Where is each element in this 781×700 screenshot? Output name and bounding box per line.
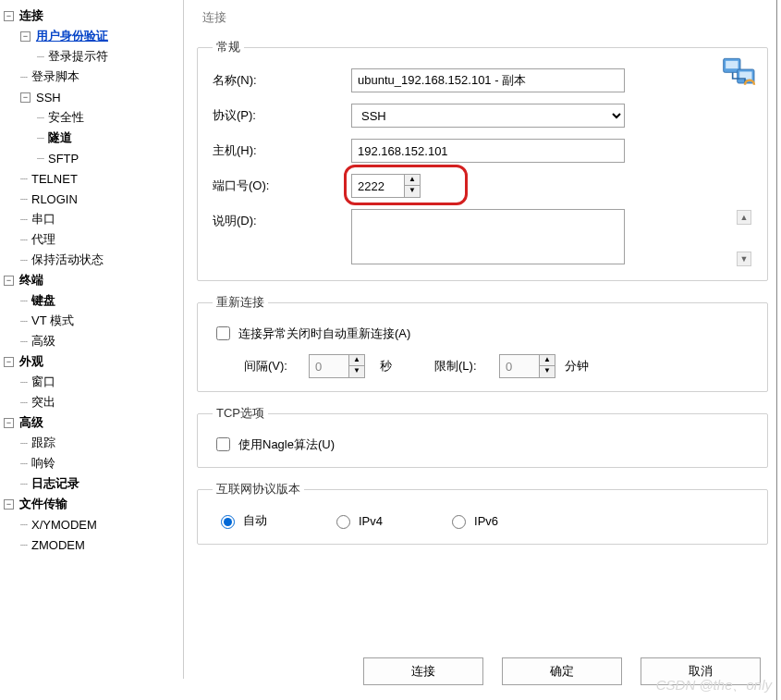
tree-toggle-icon[interactable]: − [4, 418, 14, 428]
tree-item-label[interactable]: 安全性 [46, 108, 86, 127]
tree-item-label[interactable]: 代理 [30, 230, 57, 249]
tree-toggle-icon[interactable]: − [4, 357, 14, 367]
tree-item[interactable]: ┈代理 [0, 229, 183, 250]
tree-item-label[interactable]: 串口 [30, 210, 57, 228]
tree-item-label[interactable]: 用户身份验证 [34, 27, 110, 45]
interval-up[interactable]: ▲ [349, 355, 364, 366]
tree-branch-icon: ┈ [20, 396, 28, 410]
auto-reconnect-checkbox[interactable] [216, 326, 230, 340]
tree-toggle-icon[interactable]: − [20, 92, 31, 103]
ok-button[interactable]: 确定 [502, 657, 622, 685]
tree-item[interactable]: ┈VT 模式 [0, 311, 183, 331]
tree-item-label[interactable]: X/YMODEM [30, 517, 99, 533]
tree-toggle-icon[interactable]: − [4, 276, 14, 286]
tree-item[interactable]: −外观 [0, 351, 183, 372]
tree-item-label[interactable]: 连接 [18, 6, 45, 25]
tree-item[interactable]: ┈串口 [0, 209, 183, 229]
tree-toggle-icon[interactable]: − [4, 499, 14, 510]
interval-input[interactable] [310, 355, 348, 377]
port-input[interactable] [352, 175, 404, 197]
svg-rect-1 [726, 61, 738, 68]
tree-item[interactable]: ┈登录脚本 [0, 67, 183, 87]
tree-branch-icon: ┈ [20, 233, 28, 247]
tree-item[interactable]: −连接 [0, 6, 183, 26]
tree-item-label[interactable]: 日志记录 [30, 474, 81, 493]
group-general: 常规 名称(N): 协议(P): SSH [197, 39, 768, 281]
tree-item-label[interactable]: 登录提示符 [46, 47, 110, 66]
name-label: 名称(N): [213, 72, 351, 89]
port-up[interactable]: ▲ [405, 175, 420, 186]
legend-reconnect: 重新连接 [213, 294, 268, 311]
interval-label: 间隔(V): [244, 358, 299, 375]
limit-up[interactable]: ▲ [540, 355, 555, 366]
desc-textarea[interactable] [351, 209, 625, 264]
tree-item[interactable]: −用户身份验证 [0, 26, 183, 46]
tree-item-label[interactable]: 终端 [18, 271, 45, 289]
port-down[interactable]: ▼ [405, 186, 420, 197]
tree-item[interactable]: −文件传输 [0, 494, 183, 514]
tree-branch-icon: ┈ [20, 192, 28, 206]
tree-item[interactable]: ┈ZMODEM [0, 534, 183, 555]
tree-item[interactable]: ┈窗口 [0, 372, 183, 392]
tree-item-label[interactable]: TELNET [30, 171, 79, 187]
tree-item-label[interactable]: SFTP [46, 151, 80, 166]
tree-item-label[interactable]: 跟踪 [30, 434, 57, 452]
tree-toggle-icon[interactable]: − [4, 11, 14, 21]
tree-item-label[interactable]: 隧道 [46, 129, 74, 147]
tree-item-label[interactable]: SSH [34, 90, 63, 105]
group-ipversion: 互联网协议版本 自动 IPv4 IPv6 [197, 481, 768, 545]
scroll-down-icon[interactable]: ▼ [737, 252, 751, 266]
tree-item[interactable]: ┈登录提示符 [0, 46, 183, 67]
interval-down[interactable]: ▼ [349, 366, 364, 377]
tree-item[interactable]: ┈RLOGIN [0, 189, 183, 209]
tree-item-label[interactable]: VT 模式 [30, 312, 76, 330]
tree-item[interactable]: ┈日志记录 [0, 473, 183, 494]
tree-item-label[interactable]: 高级 [18, 413, 45, 432]
tree-item[interactable]: −终端 [0, 270, 183, 290]
tree-item[interactable]: ┈突出 [0, 392, 183, 412]
connect-button[interactable]: 连接 [363, 657, 483, 685]
cancel-button[interactable]: 取消 [641, 657, 761, 685]
tree-item-label[interactable]: RLOGIN [30, 191, 79, 207]
tree-item-label[interactable]: 外观 [18, 352, 45, 371]
tree-item[interactable]: ┈隧道 [0, 128, 183, 148]
tree-toggle-icon[interactable]: − [20, 31, 31, 42]
legend-tcp: TCP选项 [213, 405, 268, 422]
tree-item[interactable]: −高级 [0, 412, 183, 433]
tree-item[interactable]: −SSH [0, 87, 183, 107]
tree-item[interactable]: ┈响铃 [0, 453, 183, 473]
tree-branch-icon: ┈ [20, 457, 28, 471]
tree-item-label[interactable]: 高级 [30, 332, 57, 350]
interval-spinner[interactable]: ▲▼ [309, 354, 365, 378]
tree-item[interactable]: ┈保持活动状态 [0, 250, 183, 270]
dialog-button-bar: 连接 确定 取消 [184, 645, 781, 700]
tree-item-label[interactable]: 突出 [30, 393, 57, 411]
tree-item[interactable]: ┈SFTP [0, 148, 183, 168]
radio-ipv4[interactable]: IPv4 [332, 512, 383, 529]
tree-item-label[interactable]: 窗口 [30, 373, 57, 391]
protocol-select[interactable]: SSH [351, 104, 625, 128]
limit-down[interactable]: ▼ [540, 366, 555, 377]
tree-item[interactable]: ┈安全性 [0, 107, 183, 128]
tree-item[interactable]: ┈TELNET [0, 168, 183, 189]
host-input[interactable] [351, 139, 625, 163]
tree-item[interactable]: ┈跟踪 [0, 433, 183, 453]
tree-item-label[interactable]: 登录脚本 [30, 68, 81, 86]
tree-item-label[interactable]: 键盘 [30, 291, 57, 310]
radio-auto[interactable]: 自动 [216, 512, 267, 529]
name-input[interactable] [351, 68, 625, 92]
nagle-checkbox[interactable] [216, 437, 230, 451]
tree-item-label[interactable]: 响铃 [30, 454, 57, 473]
tree-item-label[interactable]: 文件传输 [18, 495, 69, 513]
scroll-up-icon[interactable]: ▲ [737, 210, 751, 225]
radio-ipv6[interactable]: IPv6 [447, 512, 498, 529]
tree-item-label[interactable]: ZMODEM [30, 537, 87, 553]
tree-item[interactable]: ┈X/YMODEM [0, 514, 183, 534]
category-tree: −连接−用户身份验证┈登录提示符┈登录脚本−SSH┈安全性┈隧道┈SFTP┈TE… [0, 0, 184, 679]
limit-spinner[interactable]: ▲▼ [499, 354, 555, 378]
tree-item-label[interactable]: 保持活动状态 [30, 251, 105, 269]
tree-item[interactable]: ┈高级 [0, 331, 183, 351]
limit-input[interactable] [500, 355, 539, 377]
tree-item[interactable]: ┈键盘 [0, 290, 183, 311]
port-spinner[interactable]: ▲ ▼ [351, 174, 421, 198]
